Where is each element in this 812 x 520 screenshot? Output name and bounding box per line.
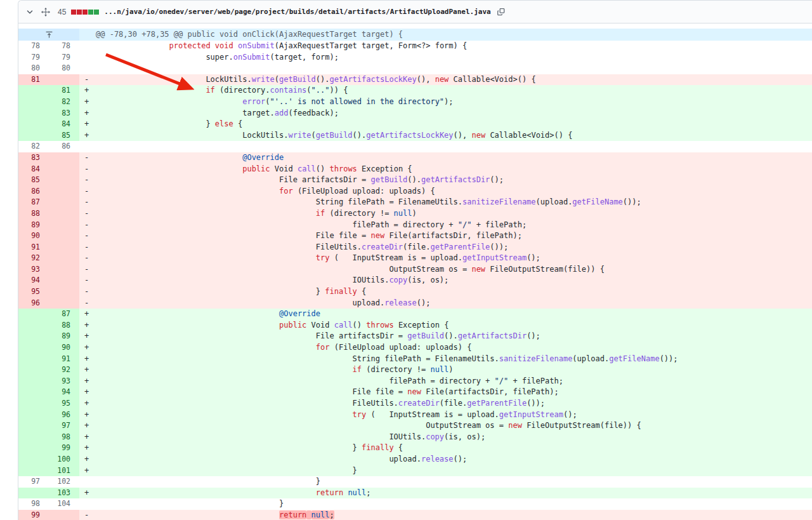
code-text: upload.release(); (96, 298, 430, 307)
old-line-number[interactable] (18, 354, 49, 365)
old-line-number[interactable]: 83 (18, 152, 49, 164)
old-line-number[interactable]: 79 (18, 52, 49, 63)
new-line-number[interactable] (49, 286, 79, 298)
code-line: + } finally { (79, 443, 812, 454)
old-line-number[interactable]: 84 (18, 164, 49, 175)
new-line-number[interactable] (49, 230, 79, 242)
new-line-number[interactable] (49, 152, 79, 164)
old-line-number[interactable] (18, 119, 49, 130)
old-line-number[interactable]: 81 (18, 74, 49, 86)
new-line-number[interactable]: 91 (49, 354, 79, 365)
new-line-number[interactable] (49, 242, 79, 253)
old-line-number[interactable] (18, 432, 49, 443)
old-line-number[interactable] (18, 465, 49, 477)
new-line-number[interactable] (49, 175, 79, 186)
old-line-number[interactable] (18, 108, 49, 119)
old-line-number[interactable] (18, 420, 49, 432)
new-line-number[interactable] (49, 253, 79, 264)
new-line-number[interactable]: 88 (49, 320, 79, 331)
old-line-number[interactable]: 89 (18, 220, 49, 231)
new-line-number[interactable]: 85 (49, 130, 79, 142)
move-handle-icon[interactable] (40, 6, 51, 18)
new-line-number[interactable]: 93 (49, 376, 79, 387)
new-line-number[interactable]: 87 (49, 309, 79, 320)
old-line-number[interactable]: 78 (18, 41, 49, 52)
copy-path-button[interactable] (496, 6, 508, 18)
old-line-number[interactable]: 91 (18, 242, 49, 253)
new-line-number[interactable] (49, 164, 79, 175)
new-line-number[interactable]: 95 (49, 398, 79, 410)
old-line-number[interactable]: 82 (18, 141, 49, 152)
diff-row: 92+ if (directory != null) (18, 364, 812, 376)
new-line-number[interactable]: 90 (49, 342, 79, 354)
new-line-number[interactable] (49, 220, 79, 231)
old-line-number[interactable]: 95 (18, 286, 49, 298)
chevron-down-icon[interactable] (25, 7, 35, 17)
new-line-number[interactable]: 80 (49, 63, 79, 74)
old-line-number[interactable]: 85 (18, 175, 49, 186)
old-line-number[interactable]: 94 (18, 275, 49, 286)
old-line-number[interactable] (18, 398, 49, 410)
code-line: - filePath = directory + "/" + filePath; (79, 220, 812, 231)
new-line-number[interactable] (49, 197, 79, 208)
old-line-number[interactable]: 99 (18, 510, 49, 520)
old-line-number[interactable]: 87 (18, 197, 49, 208)
expand-hunk-button[interactable] (18, 29, 79, 41)
old-line-number[interactable] (18, 331, 49, 342)
old-line-number[interactable] (18, 443, 49, 454)
old-line-number[interactable] (18, 309, 49, 320)
old-line-number[interactable]: 86 (18, 186, 49, 197)
old-line-number[interactable]: 93 (18, 264, 49, 276)
code-text: FileUtils.createDir(file.getParentFile()… (96, 243, 508, 251)
new-line-number[interactable] (49, 298, 79, 309)
new-line-number[interactable]: 98 (49, 432, 79, 443)
new-line-number[interactable]: 82 (49, 97, 79, 108)
old-line-number[interactable] (18, 454, 49, 465)
old-line-number[interactable] (18, 387, 49, 398)
old-line-number[interactable] (18, 488, 49, 499)
diff-marker: + (79, 410, 96, 421)
new-line-number[interactable] (49, 275, 79, 286)
old-line-number[interactable] (18, 364, 49, 376)
old-line-number[interactable] (18, 410, 49, 421)
new-line-number[interactable]: 103 (49, 488, 79, 499)
diff-row: 81+ if (directory.contains("..")) { (18, 85, 812, 97)
old-line-number[interactable]: 90 (18, 230, 49, 242)
new-line-number[interactable]: 102 (49, 476, 79, 488)
new-line-number[interactable] (49, 208, 79, 220)
code-line: + public Void call() throws Exception { (79, 320, 812, 331)
new-line-number[interactable]: 96 (49, 410, 79, 421)
old-line-number[interactable]: 92 (18, 253, 49, 264)
new-line-number[interactable]: 92 (49, 364, 79, 376)
old-line-number[interactable] (18, 376, 49, 387)
code-line: + filePath = directory + "/" + filePath; (79, 376, 812, 387)
new-line-number[interactable] (49, 510, 79, 520)
new-line-number[interactable]: 84 (49, 119, 79, 130)
old-line-number[interactable] (18, 85, 49, 97)
new-line-number[interactable]: 99 (49, 443, 79, 454)
new-line-number[interactable]: 79 (49, 52, 79, 63)
new-line-number[interactable]: 97 (49, 420, 79, 432)
new-line-number[interactable]: 100 (49, 454, 79, 465)
diff-marker: - (79, 510, 96, 520)
new-line-number[interactable] (49, 186, 79, 197)
new-line-number[interactable] (49, 74, 79, 86)
old-line-number[interactable]: 96 (18, 298, 49, 309)
new-line-number[interactable]: 104 (49, 498, 79, 510)
old-line-number[interactable] (18, 130, 49, 142)
old-line-number[interactable]: 80 (18, 63, 49, 74)
old-line-number[interactable]: 88 (18, 208, 49, 220)
new-line-number[interactable]: 94 (49, 387, 79, 398)
new-line-number[interactable]: 86 (49, 141, 79, 152)
old-line-number[interactable] (18, 320, 49, 331)
old-line-number[interactable] (18, 97, 49, 108)
old-line-number[interactable]: 98 (18, 498, 49, 510)
new-line-number[interactable]: 78 (49, 41, 79, 52)
new-line-number[interactable]: 101 (49, 465, 79, 477)
old-line-number[interactable]: 97 (18, 476, 49, 488)
new-line-number[interactable] (49, 264, 79, 276)
old-line-number[interactable] (18, 342, 49, 354)
new-line-number[interactable]: 81 (49, 85, 79, 97)
new-line-number[interactable]: 89 (49, 331, 79, 342)
new-line-number[interactable]: 83 (49, 108, 79, 119)
